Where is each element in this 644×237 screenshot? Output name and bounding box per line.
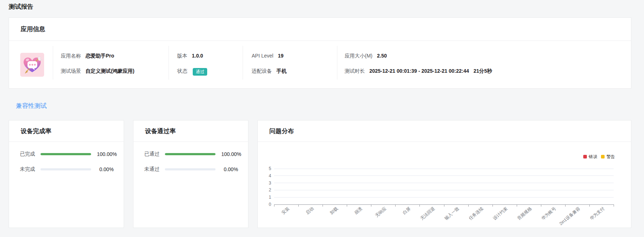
app-icon — [20, 53, 44, 77]
failed-label: 未通过 — [144, 166, 159, 173]
test-report-page: 测试报告 应用信息 — [0, 0, 644, 237]
api-level-value: 19 — [278, 53, 283, 59]
app-name-label: 应用名称 — [61, 53, 81, 59]
completed-label: 已完成 — [20, 151, 35, 157]
app-size-label: 应用大小(M) — [345, 53, 372, 59]
x-axis-tick — [395, 205, 396, 207]
version-value: 1.0.0 — [192, 53, 203, 59]
passed-value: 100.00% — [221, 151, 240, 157]
duration-label: 测试时长 — [345, 68, 365, 74]
uncompleted-rate-row: 未完成 0.00% — [9, 166, 124, 173]
completed-rate-row: 已完成 100.00% — [9, 151, 124, 158]
x-axis-category-label: 崩溃 — [353, 206, 363, 215]
x-axis-tick — [492, 205, 493, 207]
completed-value: 100.00% — [97, 151, 116, 157]
api-level-label: API Level — [252, 53, 273, 59]
app-name-value: 恋爱助手Pro — [85, 53, 114, 59]
issue-distribution-card: 问题分布 错误警告 012345安装启动卸载崩溃无响应白屏无法回退输入一致任务连… — [257, 120, 631, 228]
gridline-y3 — [274, 183, 614, 183]
x-axis-category-label: 任务连续 — [468, 206, 484, 221]
status-row: 状态 通过 — [177, 67, 207, 76]
y-axis-label: 5 — [258, 166, 271, 172]
completion-card-title: 设备完成率 — [21, 127, 51, 135]
x-axis-tick — [444, 205, 444, 207]
divider — [243, 46, 243, 80]
compatibility-test-link[interactable]: 兼容性测试 — [16, 102, 47, 110]
device-completion-card: 设备完成率 已完成 100.00% 未完成 0.00% — [9, 120, 124, 228]
y-axis-label: 2 — [258, 187, 271, 193]
version-label: 版本 — [177, 53, 187, 59]
x-axis-category-label: 白屏 — [402, 206, 412, 215]
divider — [53, 46, 53, 80]
x-axis-category-label: 无响应 — [374, 206, 387, 218]
x-axis-tick — [541, 205, 541, 207]
failed-rate-row: 未通过 0.00% — [133, 166, 248, 173]
device-row: 适配设备 手机 — [252, 67, 286, 75]
device-value: 手机 — [276, 68, 286, 74]
x-axis-category-label: 输入一致 — [444, 206, 460, 221]
version-row: 版本 1.0.0 — [177, 52, 207, 59]
x-axis-tick — [347, 205, 347, 207]
legend-label: 警告 — [606, 154, 615, 159]
x-axis-category-label: 安装 — [281, 206, 290, 215]
status-label: 状态 — [177, 68, 187, 74]
app-info-card: 应用信息 — [9, 17, 631, 89]
x-axis-category-label: 音频规格 — [516, 206, 533, 221]
uncompleted-value: 0.00% — [97, 166, 116, 172]
info-col-version-status: 版本 1.0.0 状态 通过 — [177, 52, 207, 84]
gridline-y4 — [274, 175, 614, 176]
issue-card-title: 问题分布 — [269, 127, 294, 135]
legend-item-错误[interactable]: 错误 — [583, 154, 597, 159]
page-title: 测试报告 — [9, 3, 33, 11]
x-axis-tick — [468, 205, 469, 207]
info-col-size-duration: 应用大小(M) 2.50 测试时长 2025-12-21 00:01:39 - … — [345, 52, 492, 82]
x-axis-tick — [274, 205, 274, 207]
duration-row: 测试时长 2025-12-21 00:01:39 - 2025-12-21 00… — [345, 67, 492, 75]
status-badge: 通过 — [193, 68, 207, 76]
x-axis-tick — [371, 205, 371, 207]
legend-label: 错误 — [589, 154, 597, 159]
legend-color-icon — [583, 155, 587, 158]
x-axis-tick — [323, 205, 323, 207]
passed-label: 已通过 — [144, 151, 159, 157]
legend-color-icon — [601, 155, 605, 158]
passed-rate-row: 已通过 100.00% — [133, 151, 248, 158]
y-axis-label: 0 — [258, 202, 271, 207]
x-axis-tick — [589, 205, 590, 207]
x-axis-tick — [565, 205, 566, 207]
x-axis-category-label: 华为支付 — [589, 206, 606, 221]
gridline-y2 — [274, 190, 614, 190]
legend-item-警告[interactable]: 警告 — [601, 154, 615, 159]
failed-value: 0.00% — [221, 166, 240, 172]
y-axis-label: 1 — [258, 194, 271, 200]
failed-progress-bar — [165, 168, 216, 170]
divider — [337, 46, 337, 80]
x-axis-category-label: 无法回退 — [419, 206, 436, 221]
duration-elapsed: 21分5秒 — [473, 68, 492, 74]
issue-card-header: 问题分布 — [258, 120, 631, 142]
uncompleted-progress-bar — [40, 168, 91, 170]
info-col-api-device: API Level 19 适配设备 手机 — [252, 52, 286, 82]
y-axis-label: 4 — [258, 173, 271, 179]
uncompleted-label: 未完成 — [20, 166, 35, 173]
test-scene-row: 测试场景 自定义测试(鸿蒙应用) — [61, 67, 135, 75]
duration-value: 2025-12-21 00:01:39 - 2025-12-21 00:22:4… — [369, 68, 469, 74]
gridline-y1 — [274, 197, 614, 198]
api-level-row: API Level 19 — [252, 52, 286, 59]
x-axis-category-label: 2in1设备兼容 — [559, 206, 581, 226]
issue-distribution-chart[interactable]: 错误警告 012345安装启动卸载崩溃无响应白屏无法回退输入一致任务连续设计约束… — [258, 142, 631, 227]
test-scene-label: 测试场景 — [61, 68, 81, 74]
app-info-title: 应用信息 — [21, 25, 45, 33]
x-axis-tick — [614, 205, 614, 207]
pass-card-body: 已通过 100.00% 未通过 0.00% — [133, 151, 248, 173]
x-axis-tick — [517, 205, 517, 207]
x-axis-category-label: 卸载 — [329, 206, 339, 215]
info-col-name-scene: 应用名称 恋爱助手Pro 测试场景 自定义测试(鸿蒙应用) — [61, 52, 135, 82]
app-size-value: 2.50 — [377, 53, 387, 59]
test-scene-value: 自定义测试(鸿蒙应用) — [85, 68, 134, 74]
x-axis-tick — [419, 205, 420, 207]
pass-card-header: 设备通过率 — [133, 120, 248, 142]
passed-progress-bar — [165, 153, 216, 155]
completed-progress-bar — [40, 153, 91, 155]
x-axis-category-label: 启动 — [305, 206, 315, 215]
